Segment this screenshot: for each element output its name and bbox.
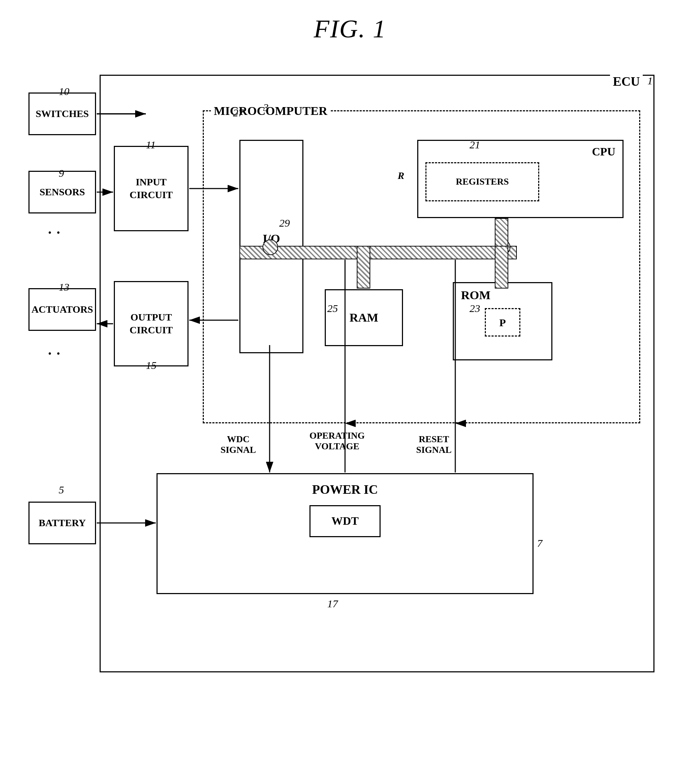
reset-signal-label: RESET SIGNAL: [416, 434, 452, 455]
power-ic-box: POWER IC WDT: [156, 473, 533, 594]
input-circuit-block: INPUT CIRCUIT: [114, 146, 189, 231]
ref-13: 13: [59, 281, 69, 293]
ref-17: 17: [327, 598, 338, 610]
ram-block: RAM: [325, 289, 403, 346]
rom-block: ROM P: [453, 282, 552, 360]
operating-voltage-label: OPERATING VOLTAGE: [309, 430, 365, 452]
microcomputer-box: MICROCOMPUTER I/O PORT CPU REGISTERS R R…: [203, 110, 640, 423]
ref-1: 1: [648, 75, 653, 87]
cpu-label: CPU: [592, 145, 615, 159]
r-label: R: [398, 170, 404, 181]
battery-block: BATTERY: [29, 501, 96, 544]
ref-21: 21: [469, 139, 480, 151]
microcomputer-label: MICROCOMPUTER: [211, 104, 330, 118]
ref-15: 15: [146, 359, 156, 371]
power-ic-label: POWER IC: [312, 481, 378, 498]
ecu-label: ECU: [610, 74, 643, 89]
dots-sensors: . .: [48, 221, 61, 237]
ref-25: 25: [327, 302, 338, 315]
ref-3: 3: [263, 101, 269, 113]
cpu-block: CPU REGISTERS: [417, 140, 624, 218]
switches-block: SWITCHES: [29, 92, 96, 135]
ref-29: 29: [279, 217, 290, 229]
ref-11: 11: [146, 139, 156, 151]
wdc-signal-label: WDC SIGNAL: [221, 434, 256, 455]
bus-vert-rom: [495, 246, 508, 288]
rom-label: ROM: [461, 288, 490, 303]
page-title: FIG. 1: [0, 0, 700, 44]
bus-line: [239, 246, 517, 259]
registers-box: REGISTERS: [425, 162, 539, 201]
bus-connector-io: [262, 239, 278, 255]
ref-5: 5: [59, 484, 64, 496]
bus-vert-ram: [357, 246, 370, 288]
diagram-container: ECU MICROCOMPUTER I/O PORT CPU REGISTERS…: [29, 46, 676, 740]
dots-actuators: . .: [48, 342, 61, 358]
ref-10: 10: [59, 85, 69, 97]
ref-23: 23: [469, 302, 480, 315]
ref-27: 27: [233, 107, 243, 119]
actuators-block: ACTUATORS: [29, 288, 96, 331]
ref-7: 7: [537, 537, 542, 549]
ref-9: 9: [59, 167, 64, 179]
wdt-box: WDT: [309, 505, 380, 537]
p-box: P: [485, 308, 520, 337]
output-circuit-block: OUTPUT CIRCUIT: [114, 281, 189, 366]
